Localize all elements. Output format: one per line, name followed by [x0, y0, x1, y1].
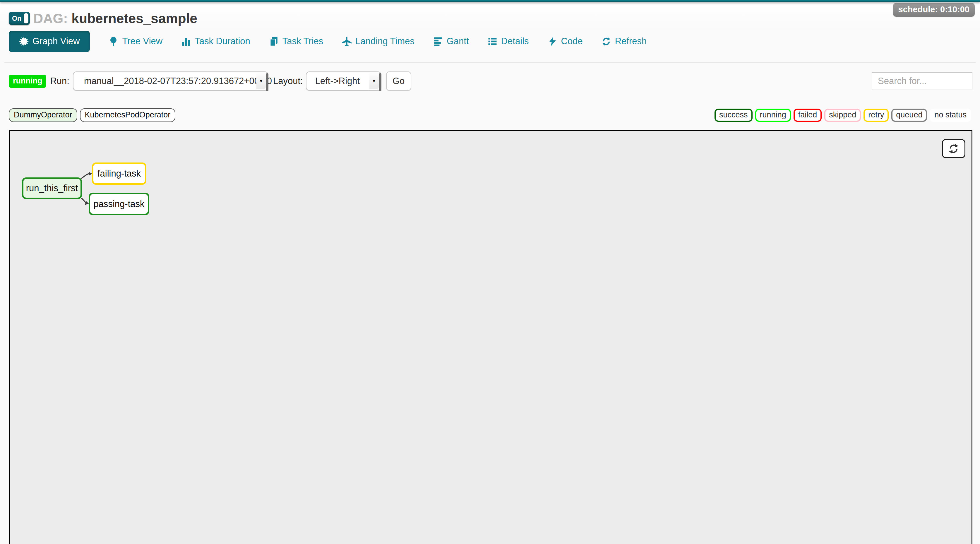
dag-on-off-toggle[interactable]: On: [9, 12, 30, 25]
airflow-graph-view-page: { "colors": { "teal_bar": "#0e7a88", "te…: [0, 0, 980, 544]
status-legend: success running failed skipped retry que…: [714, 109, 971, 122]
tab-label: Code: [561, 36, 583, 46]
sunburst-icon: [19, 37, 29, 46]
header-divider: [5, 62, 975, 63]
tab-label: Refresh: [615, 36, 647, 46]
chevron-down-icon[interactable]: ▼: [256, 73, 266, 89]
tab-label: Details: [501, 36, 529, 46]
bar-chart-icon: [181, 37, 191, 46]
arrowhead: [85, 201, 89, 205]
schedule-badge: schedule: 0:10:00: [893, 3, 975, 17]
tab-landing-times[interactable]: Landing Times: [342, 36, 414, 46]
navbar-bottom-strip: [0, 0, 980, 2]
edge-run-to-passing: [81, 198, 86, 203]
graph-refresh-button[interactable]: [942, 139, 966, 158]
tab-tree-view[interactable]: Tree View: [108, 36, 162, 46]
operator-legend-dummyoperator: DummyOperator: [9, 108, 77, 122]
bolt-icon: [548, 37, 557, 46]
chevron-down-icon[interactable]: ▼: [369, 73, 379, 89]
status-legend-no-status: no status: [930, 109, 971, 122]
tab-label: Graph View: [32, 36, 80, 46]
toggle-knob[interactable]: [24, 13, 29, 24]
operator-legend-kubernetespodoperator: KubernetesPodOperator: [80, 108, 176, 122]
tab-task-duration[interactable]: Task Duration: [181, 36, 250, 46]
toggle-on-label: On: [12, 14, 21, 22]
view-tabs: Graph View Tree View Task Duration Task …: [9, 30, 647, 53]
status-legend-skipped: skipped: [824, 109, 861, 122]
tree-icon: [108, 37, 118, 46]
search-input[interactable]: [872, 72, 972, 90]
go-button[interactable]: Go: [386, 72, 411, 91]
tab-label: Task Duration: [195, 36, 250, 46]
run-select[interactable]: manual__2018-02-07T23:57:20.913672+00:00…: [73, 72, 269, 91]
run-controls-row: running Run: manual__2018-02-07T23:57:20…: [9, 71, 972, 91]
graph-canvas[interactable]: run_this_first failing-task passing-task: [9, 130, 972, 544]
dag-prefix-label: DAG:: [33, 11, 68, 26]
page-title: DAG: kubernetes_sample: [33, 11, 197, 26]
status-legend-running: running: [755, 109, 791, 122]
status-legend-queued: queued: [891, 109, 927, 122]
status-legend-success: success: [714, 109, 752, 122]
tab-refresh[interactable]: Refresh: [601, 36, 647, 46]
tab-graph-view[interactable]: Graph View: [9, 31, 90, 52]
tab-details[interactable]: Details: [488, 36, 529, 46]
tab-label: Task Tries: [282, 36, 323, 46]
legend-row: DummyOperator KubernetesPodOperator succ…: [9, 108, 971, 122]
refresh-icon: [601, 37, 611, 46]
status-legend-failed: failed: [794, 109, 822, 122]
layout-select[interactable]: Left->Right ▼: [306, 72, 382, 91]
tab-label: Tree View: [122, 36, 162, 46]
tab-task-tries[interactable]: Task Tries: [269, 36, 323, 46]
graph-node-run_this_first[interactable]: run_this_first: [22, 177, 82, 199]
layout-label: Layout:: [273, 76, 303, 86]
layout-select-value: Left->Right: [315, 76, 360, 86]
status-legend-retry: retry: [864, 109, 889, 122]
align-left-icon: [433, 37, 443, 46]
tab-gantt[interactable]: Gantt: [433, 36, 469, 46]
graph-node-failing-task[interactable]: failing-task: [92, 162, 146, 185]
tab-label: Landing Times: [355, 36, 414, 46]
copy-icon: [269, 37, 278, 46]
tab-label: Gantt: [447, 36, 469, 46]
run-label: Run:: [50, 76, 69, 86]
plane-icon: [342, 37, 352, 46]
run-select-value: manual__2018-02-07T23:57:20.913672+00:00: [84, 76, 272, 86]
list-icon: [488, 37, 497, 46]
dag-run-state-badge: running: [9, 75, 46, 88]
refresh-icon: [948, 143, 959, 154]
dag-name: kubernetes_sample: [72, 11, 197, 26]
edge-run-to-failing: [81, 174, 89, 179]
tab-code[interactable]: Code: [548, 36, 583, 46]
graph-node-passing-task[interactable]: passing-task: [89, 192, 149, 215]
